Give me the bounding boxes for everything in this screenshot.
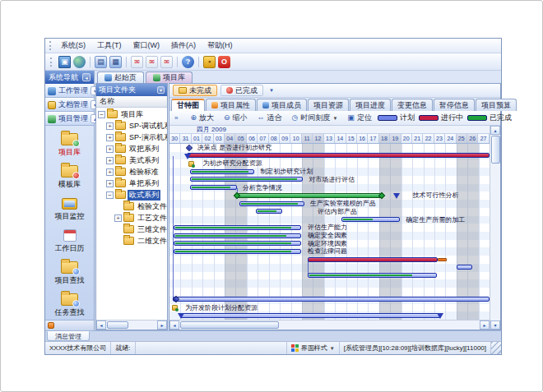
expand-icon[interactable]: +: [106, 157, 114, 164]
gantt-chart[interactable]: 决策点 是否进行初步研究为初步研究分配资源制定初步研究计划对市场进行评估分析竞争…: [169, 144, 490, 320]
gantt-bar[interactable]: [190, 177, 303, 182]
scroll-right-icon[interactable]: ▸: [157, 321, 167, 330]
gantt-bar[interactable]: [187, 153, 490, 158]
tab-暂停信息[interactable]: 暂停信息: [434, 99, 475, 111]
scroll-right-icon[interactable]: ▸: [480, 321, 490, 330]
mail-icon[interactable]: ✉: [131, 56, 143, 68]
定位-button[interactable]: ▣定位: [343, 111, 376, 125]
tree-column-header[interactable]: 名称: [96, 96, 167, 108]
tab-项目预算[interactable]: 项目预算: [476, 99, 517, 111]
gantt-bar[interactable]: [256, 209, 282, 214]
nav-collapse-icon[interactable]: ◂: [82, 73, 90, 81]
toolbar-grip[interactable]: [50, 58, 53, 67]
filter-未完成[interactable]: 未完成: [173, 85, 217, 96]
tree-node-三维文件[interactable]: 三维文件: [96, 224, 167, 235]
gantt-bar[interactable]: [180, 313, 441, 318]
menu-item[interactable]: 插件(A): [165, 39, 202, 53]
folder-chart-icon[interactable]: ▦: [109, 56, 122, 68]
mail-alert-icon[interactable]: ✉: [146, 56, 158, 68]
gantt-bar[interactable]: [174, 249, 300, 254]
tree-node-欧式系列[interactable]: −欧式系列: [96, 189, 167, 201]
folder-open-icon[interactable]: ▤: [95, 56, 107, 68]
expand-icon[interactable]: +: [106, 122, 114, 130]
menu-item[interactable]: 工具(T): [91, 39, 128, 53]
nav-group-2[interactable]: 文档管理▾: [45, 98, 94, 112]
tab-起始页[interactable]: 起始页: [97, 71, 144, 83]
gantt-bar[interactable]: [190, 169, 254, 174]
filter-已完成[interactable]: 已完成: [220, 85, 263, 96]
tab-项目库[interactable]: 项目库: [146, 71, 193, 83]
scroll-left-icon[interactable]: ◂: [169, 321, 179, 330]
scroll-thumb[interactable]: [107, 321, 128, 329]
gantt-bar[interactable]: [308, 257, 438, 262]
tree-node-SP-演示机系[interactable]: +SP-演示机系: [96, 131, 167, 143]
scroll-thumb[interactable]: [180, 321, 279, 329]
expand-icon[interactable]: +: [106, 180, 114, 187]
tree-node-二维文件[interactable]: 二维文件: [96, 235, 167, 247]
expand-icon[interactable]: +: [114, 214, 122, 222]
expand-icon[interactable]: +: [106, 145, 114, 153]
gantt-bar[interactable]: [237, 193, 382, 198]
tree-node-检验标准[interactable]: +检验标准: [96, 166, 167, 178]
gantt-vertical-scrollbar[interactable]: ▴ ▾: [490, 126, 500, 330]
gantt-bar[interactable]: [174, 241, 300, 246]
message-manage-tab[interactable]: 消息管理: [47, 331, 90, 341]
sidebar-item-工作日历[interactable]: 工作日历: [45, 224, 94, 256]
toolbar-grip[interactable]: [49, 41, 52, 50]
缩小-button[interactable]: ⊖缩小: [220, 111, 252, 125]
power-icon[interactable]: O: [218, 56, 230, 68]
scroll-up-icon[interactable]: ▴: [490, 126, 500, 135]
ui-style-dropdown[interactable]: 界面样式 ▼: [287, 342, 340, 354]
menu-item[interactable]: 帮助(H): [202, 39, 239, 53]
milestone-triangle[interactable]: [393, 193, 400, 199]
menu-item[interactable]: 系统(S): [55, 39, 91, 53]
sidebar-item-任务查找[interactable]: 任务查找: [45, 288, 94, 320]
scroll-left-icon[interactable]: ◂: [96, 321, 106, 330]
expand-icon[interactable]: +: [106, 168, 114, 176]
gantt-bar[interactable]: [308, 273, 437, 278]
tree-node-美式系列[interactable]: +美式系列: [96, 154, 167, 166]
nav-group-1[interactable]: 工作管理▾: [45, 84, 94, 98]
scroll-thumb[interactable]: [491, 136, 500, 164]
tree-node-检验文件[interactable]: 检验文件: [96, 201, 167, 212]
tree-node-单把系列[interactable]: +单把系列: [96, 178, 167, 189]
resource-assignment-icon[interactable]: [188, 161, 194, 167]
menu-item[interactable]: 窗口(W): [128, 39, 166, 53]
tree-node-项目库[interactable]: −项目库: [96, 108, 167, 120]
tab-项目成员[interactable]: 项目成员: [257, 99, 307, 111]
nav-bottom-strip[interactable]: [45, 320, 94, 330]
sidebar-item-项目查找[interactable]: 项目查找: [45, 256, 94, 288]
tab-变更信息[interactable]: 变更信息: [392, 99, 433, 111]
expand-icon[interactable]: +: [106, 134, 114, 141]
collapse-icon[interactable]: −: [98, 111, 105, 118]
pin-icon[interactable]: ▾: [157, 86, 165, 94]
scroll-down-icon[interactable]: ▾: [490, 321, 500, 330]
tree-node-工艺文件[interactable]: +工艺文件: [96, 212, 167, 224]
sidebar-item-项目监控[interactable]: 项目监控: [45, 192, 94, 224]
tab-项目进度[interactable]: 项目进度: [350, 99, 391, 111]
gantt-bar[interactable]: [239, 201, 304, 206]
gantt-bar[interactable]: [190, 185, 236, 190]
sidebar-item-项目库[interactable]: 项目库: [45, 128, 94, 160]
tab-项目属性[interactable]: 项目属性: [206, 99, 256, 111]
gantt-bar[interactable]: [174, 225, 300, 230]
tree-node-SP-调试机系[interactable]: +SP-调试机系: [96, 120, 167, 131]
toolbar-overflow-icon[interactable]: »: [173, 114, 179, 122]
resource-assignment-icon[interactable]: [172, 305, 178, 311]
resize-grip[interactable]: [491, 342, 501, 354]
filter-more-icon[interactable]: ▾: [267, 85, 276, 95]
gantt-horizontal-scrollbar[interactable]: ◂ ▸: [169, 320, 490, 330]
gantt-bar-overrun[interactable]: [438, 258, 447, 261]
globe-icon[interactable]: [73, 56, 86, 68]
gantt-bar[interactable]: [174, 233, 300, 238]
tree-horizontal-scrollbar[interactable]: ◂ ▸: [96, 320, 167, 330]
mail-clock-icon[interactable]: ✉: [160, 56, 173, 68]
sidebar-item-模板库[interactable]: 模板库: [45, 160, 94, 192]
tree-node-双把系列[interactable]: +双把系列: [96, 143, 167, 154]
collapse-icon[interactable]: −: [106, 191, 114, 199]
gantt-bar[interactable]: [173, 297, 490, 302]
tab-项目资源[interactable]: 项目资源: [308, 99, 349, 111]
gantt-bar[interactable]: [457, 265, 472, 270]
tab-甘特图[interactable]: 甘特图: [171, 99, 205, 111]
放大-button[interactable]: ⊕放大: [186, 111, 218, 125]
